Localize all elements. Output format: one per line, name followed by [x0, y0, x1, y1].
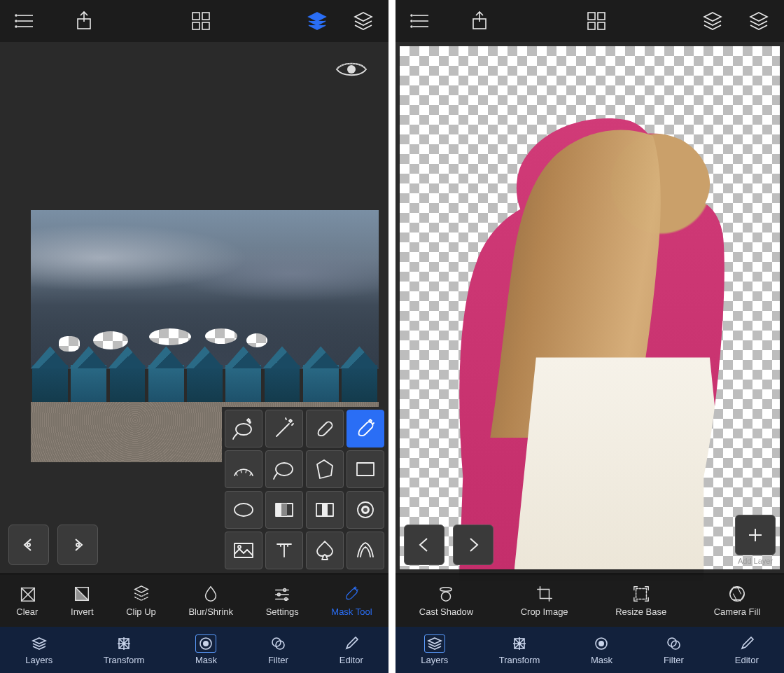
- tab-layers[interactable]: Layers: [415, 632, 454, 668]
- clear-action[interactable]: Clear: [16, 585, 38, 617]
- action-label: Clip Up: [126, 606, 156, 617]
- text-icon[interactable]: [265, 532, 303, 569]
- hair-icon[interactable]: [346, 532, 384, 569]
- history-nav: [8, 525, 98, 565]
- gradient-reflected-icon[interactable]: [306, 491, 344, 529]
- tab-filter[interactable]: Filter: [657, 632, 690, 668]
- tab-mask[interactable]: Mask: [585, 632, 618, 668]
- tab-label: Mask: [195, 655, 217, 665]
- next-layer-button[interactable]: [453, 525, 493, 565]
- grid-icon[interactable]: [584, 10, 609, 32]
- redo-button[interactable]: [57, 525, 98, 565]
- tab-transform[interactable]: Transform: [98, 632, 150, 668]
- clip-up-action[interactable]: Clip Up: [126, 585, 156, 617]
- share-icon[interactable]: [467, 10, 492, 32]
- tab-label: Transform: [499, 655, 540, 665]
- layers-stack-icon[interactable]: [746, 10, 771, 32]
- tab-label: Filter: [664, 655, 684, 665]
- action-label: Settings: [266, 606, 299, 617]
- polygon-lasso-icon[interactable]: [306, 450, 344, 488]
- layers-stack-icon[interactable]: [351, 10, 376, 32]
- tab-editor[interactable]: Editor: [729, 632, 764, 668]
- list-icon[interactable]: [408, 10, 433, 32]
- tab-row: Layers Transform Mask Filter Editor: [396, 627, 784, 673]
- cutout-subject[interactable]: [438, 99, 757, 569]
- magic-wand-icon[interactable]: [265, 410, 303, 447]
- tab-label: Editor: [340, 655, 363, 665]
- lasso-icon[interactable]: [265, 450, 303, 488]
- topbar: [396, 0, 784, 42]
- topbar: [0, 0, 388, 42]
- image-icon[interactable]: [225, 532, 262, 569]
- sparkle-brush-icon[interactable]: [346, 410, 384, 447]
- tab-label: Layers: [421, 655, 448, 665]
- action-row: Cast Shadow Crop Image Resize Base Camer…: [396, 574, 784, 627]
- action-label: Camera Fill: [714, 606, 760, 617]
- visibility-eye-icon[interactable]: [335, 59, 368, 83]
- action-label: Crop Image: [521, 606, 568, 617]
- tab-mask[interactable]: Mask: [190, 632, 223, 668]
- tab-label: Layers: [25, 655, 52, 665]
- canvas-area[interactable]: Add Layer: [396, 42, 784, 574]
- rectangle-icon[interactable]: [346, 450, 384, 488]
- right-panel: Add Layer Cast Shadow Crop Image Resize …: [396, 0, 784, 673]
- cast-shadow-action[interactable]: Cast Shadow: [419, 585, 473, 617]
- add-layer[interactable]: Add Layer: [735, 515, 776, 565]
- camera-fill-action[interactable]: Camera Fill: [714, 585, 760, 617]
- left-panel: Clear Invert Clip Up Blur/Shrink Setting…: [0, 0, 388, 673]
- settings-action[interactable]: Settings: [266, 585, 299, 617]
- crop-image-action[interactable]: Crop Image: [521, 585, 568, 617]
- action-label: Resize Base: [615, 606, 666, 617]
- tab-label: Editor: [735, 655, 759, 665]
- tab-filter[interactable]: Filter: [262, 632, 294, 668]
- plus-icon[interactable]: [735, 515, 776, 555]
- mask-tool-action[interactable]: Mask Tool: [331, 585, 372, 617]
- action-row: Clear Invert Clip Up Blur/Shrink Setting…: [0, 574, 388, 627]
- layers-outline-icon[interactable]: [304, 10, 330, 32]
- spade-icon[interactable]: [306, 532, 344, 569]
- tab-row: Layers Transform Mask Filter Editor: [0, 627, 388, 673]
- layer-nav: [404, 525, 493, 565]
- magic-lasso-icon[interactable]: [225, 410, 262, 447]
- resize-base-action[interactable]: Resize Base: [615, 585, 666, 617]
- tab-layers[interactable]: Layers: [20, 632, 58, 668]
- gradient-linear-icon[interactable]: [265, 491, 303, 529]
- brush-icon[interactable]: [306, 410, 344, 447]
- ellipse-icon[interactable]: [225, 491, 262, 529]
- mask-tool-grid: [222, 407, 387, 572]
- undo-button[interactable]: [8, 525, 49, 565]
- gradient-radial-icon[interactable]: [346, 491, 384, 529]
- action-label: Clear: [16, 606, 38, 617]
- action-label: Blur/Shrink: [188, 606, 233, 617]
- tab-label: Mask: [591, 655, 612, 665]
- prev-layer-button[interactable]: [404, 525, 444, 565]
- invert-action[interactable]: Invert: [71, 585, 94, 617]
- tab-editor[interactable]: Editor: [334, 632, 369, 668]
- action-label: Invert: [71, 606, 94, 617]
- layers-outline-icon[interactable]: [700, 10, 725, 32]
- blur-shrink-action[interactable]: Blur/Shrink: [188, 585, 233, 617]
- list-icon[interactable]: [13, 10, 38, 32]
- tab-label: Transform: [104, 655, 145, 665]
- action-label: Cast Shadow: [419, 606, 473, 617]
- tab-transform[interactable]: Transform: [493, 632, 546, 668]
- share-icon[interactable]: [71, 10, 97, 32]
- shadow-arc-icon[interactable]: [225, 450, 262, 488]
- action-label: Mask Tool: [331, 606, 372, 617]
- grid-icon[interactable]: [188, 10, 214, 32]
- canvas-area[interactable]: [0, 42, 388, 574]
- add-layer-label: Add Layer: [738, 557, 773, 565]
- tab-label: Filter: [268, 655, 288, 665]
- transparent-canvas[interactable]: [400, 46, 780, 569]
